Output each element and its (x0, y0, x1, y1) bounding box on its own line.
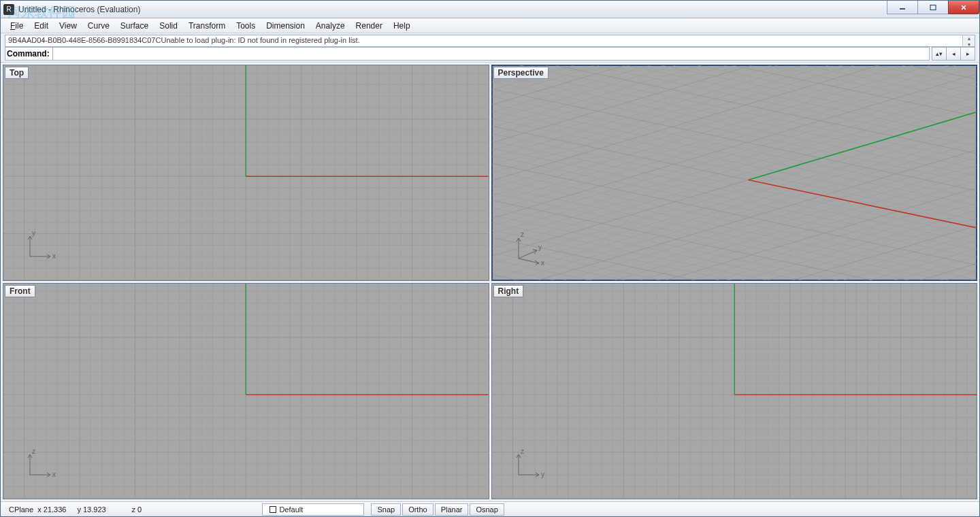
svg-line-80 (492, 65, 977, 280)
toggle-osnap[interactable]: Osnap (470, 503, 504, 516)
menu-file[interactable]: File (5, 20, 29, 32)
viewport-top[interactable]: Top y x (3, 65, 489, 281)
svg-line-100 (492, 65, 977, 280)
svg-line-132 (492, 65, 977, 280)
viewport-right-grid (492, 284, 977, 499)
svg-line-218 (492, 65, 977, 280)
viewport-top-title[interactable]: Top (5, 67, 29, 79)
menu-view[interactable]: View (54, 20, 82, 32)
viewport-perspective-grid (492, 65, 977, 280)
viewport-front-title[interactable]: Front (5, 285, 35, 297)
svg-line-137 (492, 65, 977, 280)
svg-line-95 (492, 65, 977, 280)
menu-surface[interactable]: Surface (115, 20, 154, 32)
toggle-ortho[interactable]: Ortho (402, 503, 434, 516)
svg-line-192 (492, 65, 977, 280)
svg-line-177 (492, 65, 977, 280)
menu-dimension[interactable]: Dimension (261, 20, 310, 32)
svg-line-140 (492, 65, 977, 280)
menu-solid[interactable]: Solid (154, 20, 183, 32)
svg-line-210 (492, 65, 977, 280)
svg-line-123 (492, 65, 977, 280)
menu-help[interactable]: Help (388, 20, 416, 32)
history-scroll-down-icon[interactable]: ▾ (963, 41, 975, 47)
toggle-snap[interactable]: Snap (371, 503, 401, 516)
svg-line-158 (492, 65, 977, 280)
layer-name: Default (279, 505, 303, 514)
svg-line-134 (492, 65, 977, 280)
svg-line-138 (492, 65, 977, 280)
svg-line-223 (492, 65, 977, 280)
svg-line-124 (492, 65, 977, 280)
cmd-scroll-up-button[interactable]: ▴▾ (932, 47, 947, 61)
svg-line-187 (492, 65, 977, 280)
svg-line-73 (492, 65, 977, 280)
svg-line-78 (492, 65, 977, 280)
svg-line-173 (492, 65, 977, 280)
svg-line-114 (492, 65, 977, 280)
viewport-front[interactable]: Front z x (3, 283, 489, 499)
svg-line-103 (492, 65, 977, 280)
svg-line-196 (492, 65, 977, 280)
svg-line-193 (492, 65, 977, 280)
svg-line-119 (492, 65, 977, 280)
svg-line-186 (492, 65, 977, 280)
menu-curve[interactable]: Curve (82, 20, 115, 32)
svg-line-136 (492, 65, 977, 280)
svg-line-188 (492, 65, 977, 280)
svg-line-109 (492, 65, 977, 280)
svg-line-205 (492, 65, 977, 280)
svg-line-200 (492, 65, 977, 280)
svg-line-127 (492, 65, 977, 280)
svg-line-232 (492, 65, 977, 280)
layer-selector[interactable]: Default (262, 503, 364, 516)
close-button[interactable] (948, 1, 979, 14)
svg-line-98 (492, 65, 977, 280)
svg-line-139 (492, 65, 977, 280)
command-input[interactable] (52, 47, 930, 61)
svg-line-199 (492, 65, 977, 280)
svg-line-217 (492, 65, 977, 280)
svg-line-90 (492, 65, 977, 280)
menu-tools[interactable]: Tools (231, 20, 261, 32)
svg-line-178 (492, 65, 977, 280)
svg-line-231 (492, 65, 977, 280)
viewport-right[interactable]: Right z y (491, 283, 978, 499)
titlebar: R Untitled - Rhinoceros (Evaluation) 河东软… (1, 1, 979, 18)
svg-line-131 (492, 65, 977, 280)
svg-line-198 (492, 65, 977, 280)
svg-line-118 (492, 65, 977, 280)
svg-line-85 (492, 65, 977, 280)
cmd-prev-button[interactable]: ◂ (946, 47, 961, 61)
svg-line-208 (492, 65, 977, 280)
cmd-next-button[interactable]: ▸ (960, 47, 975, 61)
svg-line-170 (492, 65, 977, 280)
svg-line-219 (492, 65, 977, 280)
svg-line-230 (492, 65, 977, 280)
history-scroll-up-icon[interactable]: ▴ (963, 35, 975, 41)
svg-line-185 (492, 65, 977, 280)
minimize-button[interactable] (887, 1, 918, 14)
svg-line-121 (492, 65, 977, 280)
menu-transform[interactable]: Transform (183, 20, 231, 32)
viewport-perspective[interactable]: Perspective z y x (491, 65, 978, 281)
svg-line-184 (492, 65, 977, 280)
maximize-button[interactable] (917, 1, 949, 14)
svg-line-125 (492, 65, 977, 280)
svg-line-166 (492, 65, 977, 280)
svg-line-102 (492, 65, 977, 280)
svg-line-81 (492, 65, 977, 280)
svg-line-165 (492, 65, 977, 280)
svg-line-156 (492, 65, 977, 280)
svg-line-221 (492, 65, 977, 280)
svg-line-126 (492, 65, 977, 280)
viewport-perspective-title[interactable]: Perspective (493, 67, 549, 79)
menu-edit[interactable]: Edit (29, 20, 54, 32)
svg-line-77 (492, 65, 977, 280)
menu-render[interactable]: Render (350, 20, 388, 32)
svg-line-225 (492, 65, 977, 280)
viewport-front-grid (3, 284, 489, 499)
viewport-right-title[interactable]: Right (493, 285, 524, 297)
menu-analyze[interactable]: Analyze (310, 20, 350, 32)
toggle-planar[interactable]: Planar (435, 503, 469, 516)
